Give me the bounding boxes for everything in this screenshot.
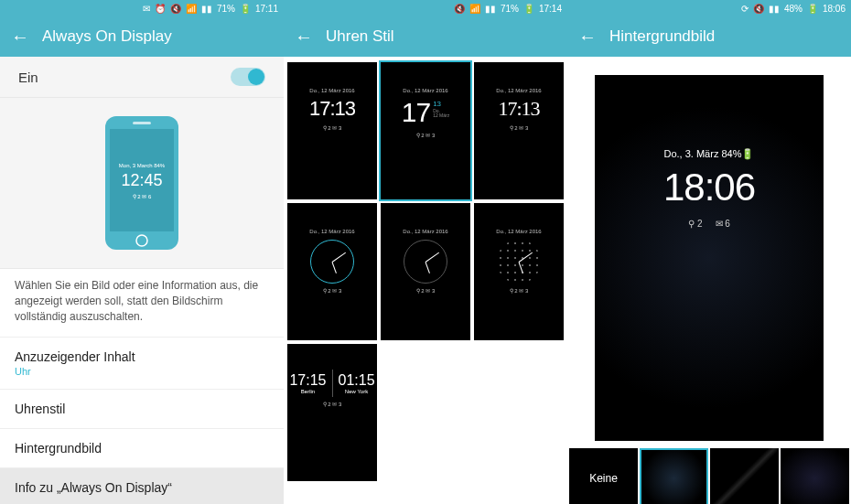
svg-text:12:45: 12:45: [121, 171, 162, 189]
status-time: 17:11: [255, 4, 278, 14]
thumb-date: Do., 12 März 2016: [403, 88, 447, 93]
thumb-notif: ⚲ 2 ✉ 3: [416, 287, 436, 294]
thumb-date: Do., 12 März 2016: [496, 88, 541, 93]
svg-rect-3: [133, 122, 151, 124]
wallpaper-thumb-4[interactable]: [781, 448, 849, 504]
mute-icon: 🔇: [170, 4, 181, 14]
preview-notifications: ⚲ 2 ✉ 6: [688, 219, 730, 229]
thumb-notif: ⚲ 2 ✉ 3: [510, 124, 529, 131]
clock-thumb-analog-1[interactable]: Do., 12 März 2016 ⚲ 2 ✉ 3: [287, 203, 377, 340]
background-preview: Do., 3. März 84%🔋 18:06 ⚲ 2 ✉ 6: [567, 57, 851, 448]
thumb-notif: ⚲ 2 ✉ 3: [323, 124, 342, 131]
mute-icon: 🔇: [454, 4, 465, 14]
description-text: Wählen Sie ein Bild oder eine Informatio…: [0, 269, 284, 337]
clock-thumb-dual[interactable]: 17:15 Berlin 01:15 New York ⚲ 2 ✉ 3: [287, 344, 377, 481]
item-clock-style[interactable]: Uhrenstil: [0, 389, 284, 428]
battery-icon: 🔋: [523, 4, 534, 14]
panel-always-on-display: ✉ ⏰ 🔇 📶 ▮▮ 71% 🔋 17:11 ← Always On Displ…: [0, 0, 284, 504]
thumb-notif: ⚲ 2 ✉ 3: [323, 287, 342, 294]
master-toggle-row[interactable]: Ein: [0, 57, 284, 98]
thumb-notif: ⚲ 2 ✉ 3: [510, 287, 529, 294]
thumb-time: 17:13: [498, 97, 539, 121]
thumb-date: Do., 12 März 2016: [496, 229, 541, 234]
clock-thumb-analog-2[interactable]: Do., 12 März 2016 ⚲ 2 ✉ 3: [381, 203, 470, 340]
back-icon[interactable]: ←: [295, 27, 313, 48]
thumb-hours: 17: [402, 97, 430, 128]
status-bar: ✉ ⏰ 🔇 📶 ▮▮ 71% 🔋 17:11: [0, 0, 284, 16]
toggle-knob: [248, 69, 264, 85]
clock-thumb-digital-3[interactable]: Do., 12 März 2016 17:13 ⚲ 2 ✉ 3: [474, 62, 564, 199]
wallpaper-thumb-3[interactable]: [710, 448, 779, 504]
battery-pct: 71%: [501, 4, 519, 14]
wallpaper-strip: Keine: [567, 448, 851, 504]
item-about[interactable]: Info zu „Always On Display“: [0, 467, 284, 504]
status-bar: ⟳ 🔇 ▮▮ 48% 🔋 18:06: [567, 0, 851, 16]
item-title: Anzuzeigender Inhalt: [15, 349, 269, 364]
page-title: Hintergrundbild: [609, 27, 715, 46]
thumb-date: Do., 12 März 2016: [309, 88, 354, 93]
thumb-notif: ⚲ 2 ✉ 3: [323, 401, 342, 407]
header: ← Always On Display: [0, 16, 284, 57]
clock-thumb-digital-1[interactable]: Do., 12 März 2016 17:13 ⚲ 2 ✉ 3: [287, 62, 377, 199]
wifi-icon: 📶: [469, 4, 480, 14]
analog-clock-icon: [497, 240, 541, 284]
alarm-icon: ⏰: [155, 4, 166, 14]
dual-time-b: 01:15: [339, 372, 375, 389]
mail-count-icon: ✉ 6: [716, 219, 730, 229]
signal-icon: ▮▮: [485, 4, 496, 14]
battery-icon: 🔋: [240, 4, 251, 14]
item-subtitle: Uhr: [15, 366, 269, 377]
thumb-notif: ⚲ 2 ✉ 3: [416, 132, 436, 138]
dual-city-a: Berlin: [289, 389, 326, 394]
item-content-to-show[interactable]: Anzuzeigender Inhalt Uhr: [0, 337, 284, 389]
panel-background: ⟳ 🔇 ▮▮ 48% 🔋 18:06 ← Hintergrundbild Do.…: [567, 0, 851, 504]
status-time: 18:06: [823, 4, 846, 14]
svg-text:⚲ 2   ✉ 6: ⚲ 2 ✉ 6: [133, 194, 152, 199]
back-icon[interactable]: ←: [11, 27, 29, 48]
preview-date: Do., 3. März 84%🔋: [664, 148, 755, 160]
analog-clock-icon: [310, 240, 354, 284]
item-title: Info zu „Always On Display“: [15, 480, 269, 495]
toggle-switch[interactable]: [231, 68, 265, 86]
battery-icon: 🔋: [807, 4, 818, 14]
item-title: Uhrenstil: [15, 402, 269, 416]
dual-city-b: New York: [339, 389, 375, 394]
page-title: Uhren Stil: [326, 27, 394, 46]
item-title: Hintergrundbild: [15, 441, 269, 456]
wallpaper-none[interactable]: Keine: [569, 448, 638, 504]
thumb-time: 17:13: [309, 97, 355, 121]
header: ← Hintergrundbild: [567, 16, 851, 57]
svg-text:Mon, 3 March 84%: Mon, 3 March 84%: [119, 163, 166, 168]
preview-time: 18:06: [663, 166, 755, 209]
wallpaper-thumb-2[interactable]: [640, 448, 708, 504]
phone-preview: Do., 3. März 84%🔋 18:06 ⚲ 2 ✉ 6: [595, 75, 824, 441]
dual-time-a: 17:15: [289, 372, 326, 389]
clock-thumb-analog-3[interactable]: Do., 12 März 2016 ⚲ 2 ✉ 3: [474, 203, 564, 340]
status-bar: 🔇 📶 ▮▮ 71% 🔋 17:14: [284, 0, 567, 16]
back-icon[interactable]: ←: [578, 27, 597, 48]
clock-thumb-digital-2[interactable]: Do., 12 März 2016 17 13 Do.12 März ⚲ 2 ✉…: [381, 62, 470, 199]
battery-pct: 71%: [217, 4, 235, 14]
toggle-label: Ein: [18, 70, 38, 85]
signal-icon: ▮▮: [201, 4, 212, 14]
status-time: 17:14: [539, 4, 562, 14]
missed-calls-icon: ⚲ 2: [688, 219, 702, 229]
header: ← Uhren Stil: [284, 16, 567, 57]
mute-icon: 🔇: [753, 4, 764, 14]
analog-clock-icon: [404, 240, 447, 284]
panel-clock-style: 🔇 📶 ▮▮ 71% 🔋 17:14 ← Uhren Stil Do., 12 …: [284, 0, 567, 504]
wallpaper-none-label: Keine: [589, 472, 618, 485]
preview-area: Mon, 3 March 84% 12:45 ⚲ 2 ✉ 6: [0, 98, 284, 269]
page-title: Always On Display: [42, 27, 172, 46]
clock-style-grid: Do., 12 März 2016 17:13 ⚲ 2 ✉ 3 Do., 12 …: [284, 57, 567, 487]
wifi-icon: 📶: [186, 4, 197, 14]
signal-icon: ▮▮: [769, 4, 780, 14]
sync-icon: ⟳: [741, 4, 749, 14]
separator: [332, 370, 333, 397]
item-background[interactable]: Hintergrundbild: [0, 428, 284, 467]
dual-clock: 17:15 Berlin 01:15 New York: [289, 370, 374, 397]
phone-illustration-icon: Mon, 3 March 84% 12:45 ⚲ 2 ✉ 6: [101, 114, 183, 252]
mail-icon: ✉: [143, 4, 150, 14]
thumb-date: Do., 12 März 2016: [403, 229, 447, 234]
battery-pct: 48%: [784, 4, 803, 14]
